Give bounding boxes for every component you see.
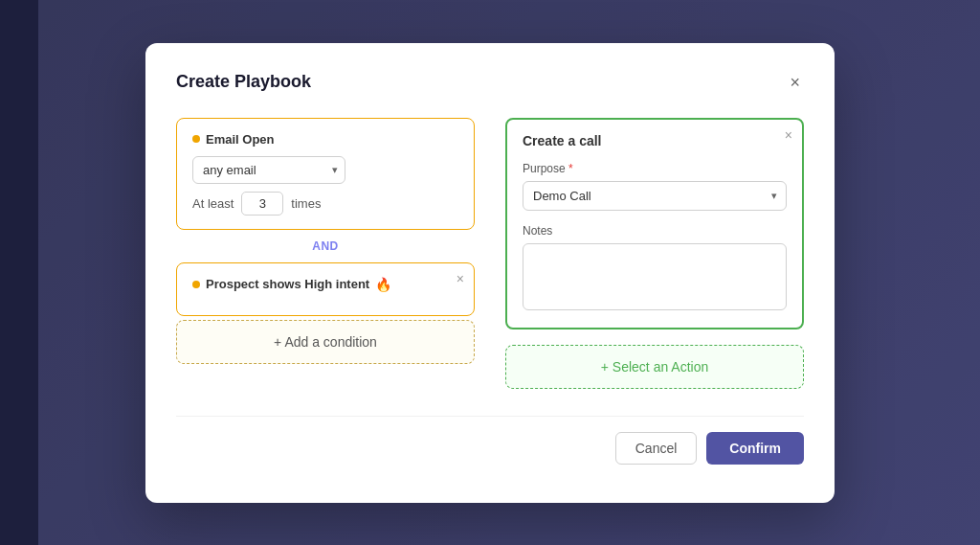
select-action-button[interactable]: + Select an Action bbox=[505, 345, 804, 389]
at-least-count-input[interactable] bbox=[241, 192, 283, 216]
modal-body: Email Open any email specific email At l… bbox=[176, 118, 804, 389]
create-call-action-card: × Create a call Purpose * Demo Call Foll… bbox=[505, 118, 804, 329]
high-intent-condition-card: × Prospect shows High intent 🔥 bbox=[176, 262, 475, 316]
add-condition-button[interactable]: + Add a condition bbox=[176, 320, 475, 364]
notes-textarea[interactable] bbox=[523, 243, 787, 310]
high-intent-close-button[interactable]: × bbox=[457, 271, 464, 286]
create-call-title: Create a call bbox=[523, 133, 787, 148]
confirm-button[interactable]: Confirm bbox=[706, 432, 804, 465]
modal-title: Create Playbook bbox=[176, 72, 311, 92]
modal-header: Create Playbook × bbox=[176, 70, 804, 95]
conditions-column: Email Open any email specific email At l… bbox=[176, 118, 475, 389]
purpose-select-wrapper: Demo Call Follow Up Discovery Call bbox=[523, 181, 787, 211]
high-intent-label: Prospect shows High intent 🔥 bbox=[192, 277, 458, 292]
email-open-label: Email Open bbox=[192, 132, 458, 147]
fire-emoji: 🔥 bbox=[375, 277, 391, 292]
create-playbook-modal: Create Playbook × Email Open any email bbox=[145, 43, 835, 503]
modal-close-button[interactable]: × bbox=[786, 70, 804, 95]
create-call-close-button[interactable]: × bbox=[785, 127, 792, 143]
purpose-select[interactable]: Demo Call Follow Up Discovery Call bbox=[523, 181, 787, 211]
times-label: times bbox=[291, 196, 321, 211]
any-email-select-wrapper: any email specific email bbox=[192, 156, 345, 184]
and-divider: AND bbox=[176, 230, 475, 262]
modal-footer: Cancel Confirm bbox=[176, 416, 804, 465]
notes-field-label: Notes bbox=[523, 224, 787, 238]
email-select-row: any email specific email bbox=[192, 156, 458, 184]
at-least-label: At least bbox=[192, 196, 234, 211]
purpose-required-marker: * bbox=[568, 162, 573, 175]
condition-dot bbox=[192, 135, 200, 143]
purpose-field-label: Purpose * bbox=[523, 162, 787, 175]
action-column: × Create a call Purpose * Demo Call Foll… bbox=[505, 118, 804, 389]
at-least-row: At least times bbox=[192, 192, 458, 216]
email-open-condition-card: Email Open any email specific email At l… bbox=[176, 118, 475, 230]
cancel-button[interactable]: Cancel bbox=[615, 432, 698, 465]
email-select[interactable]: any email specific email bbox=[192, 156, 345, 184]
high-intent-dot bbox=[192, 281, 200, 288]
